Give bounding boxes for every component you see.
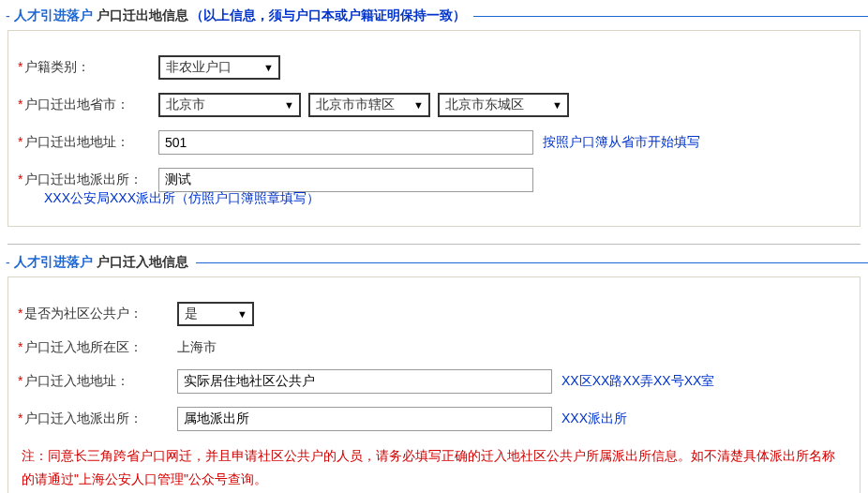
example-move-out-police: XXX公安局XXX派出所（仿照户口簿照章填写） <box>44 190 850 207</box>
input-move-out-police[interactable] <box>158 168 533 192</box>
select-province-value: 北京市 <box>166 97 211 113</box>
section2-dash: - <box>6 255 10 270</box>
req-icon: * <box>18 172 22 187</box>
select-city-value: 北京市市辖区 <box>316 97 400 113</box>
section1-note: （以上信息，须与户口本或户籍证明保持一致） <box>190 7 466 24</box>
label-move-out-region-text: 户口迁出地省市： <box>24 97 129 112</box>
req-icon: * <box>18 134 22 149</box>
row-move-out-address: *户口迁出地地址： 按照户口簿从省市开始填写 <box>18 130 850 155</box>
section2-lead: 人才引进落户 <box>14 254 93 271</box>
label-in-address: *户口迁入地地址： <box>18 373 177 390</box>
note-red: 注：同意长三角跨省户口网迁，并且申请社区公共户的人员，请务必填写正确的迁入地社区… <box>22 444 846 491</box>
label-in-police: *户口迁入地派出所： <box>18 411 177 427</box>
select-district[interactable]: 北京市东城区 ▼ <box>438 93 569 117</box>
label-move-out-police-text: 户口迁出地派出所： <box>24 172 142 187</box>
section1-dash: - <box>6 8 10 23</box>
select-hukou-type-value: 非农业户口 <box>166 59 237 76</box>
section1-panel: *户籍类别： 非农业户口 ▼ *户口迁出地省市： 北京市 ▼ 北京市市辖区 ▼ … <box>7 30 861 227</box>
section2-title: - 人才引进落户 户口迁入地信息 <box>0 254 868 271</box>
label-in-region-text: 户口迁入地所在区： <box>24 339 142 354</box>
label-in-region: *户口迁入地所在区： <box>18 339 177 356</box>
section1-line <box>473 16 868 17</box>
req-icon: * <box>18 339 22 354</box>
chevron-down-icon: ▼ <box>280 96 297 114</box>
req-icon: * <box>18 97 22 112</box>
hint-move-out-address: 按照户口簿从省市开始填写 <box>543 134 700 151</box>
chevron-down-icon: ▼ <box>260 58 277 77</box>
label-hukou-type-text: 户籍类别： <box>24 59 90 74</box>
req-icon: * <box>18 306 22 321</box>
req-icon: * <box>18 373 22 388</box>
row-move-out-police: *户口迁出地派出所： <box>18 168 850 192</box>
req-icon: * <box>18 411 22 426</box>
label-community: *是否为社区公共户： <box>18 306 177 322</box>
input-in-address[interactable] <box>177 369 552 394</box>
label-move-out-region: *户口迁出地省市： <box>18 97 158 113</box>
row-move-out-region: *户口迁出地省市： 北京市 ▼ 北京市市辖区 ▼ 北京市东城区 ▼ <box>18 93 850 117</box>
chevron-down-icon: ▼ <box>233 305 250 323</box>
row-hukou-type: *户籍类别： 非农业户口 ▼ <box>18 55 850 80</box>
hint-in-address: XX区XX路XX弄XX号XX室 <box>561 373 714 390</box>
label-community-text: 是否为社区公共户： <box>24 306 142 321</box>
input-in-police[interactable] <box>177 407 552 431</box>
section1-bottom-line <box>7 244 861 245</box>
label-in-address-text: 户口迁入地地址： <box>24 373 129 388</box>
label-in-police-text: 户口迁入地派出所： <box>24 411 142 426</box>
chevron-down-icon: ▼ <box>548 96 565 114</box>
label-move-out-address: *户口迁出地地址： <box>18 134 158 151</box>
row-in-region: *户口迁入地所在区： 上海市 <box>18 339 850 356</box>
row-in-police: *户口迁入地派出所： XXX派出所 <box>18 407 850 431</box>
row-in-address: *户口迁入地地址： XX区XX路XX弄XX号XX室 <box>18 369 850 394</box>
section2-panel: *是否为社区公共户： 是 ▼ *户口迁入地所在区： 上海市 *户口迁入地地址： … <box>7 276 861 493</box>
req-icon: * <box>18 59 22 74</box>
hint-in-police: XXX派出所 <box>561 411 627 427</box>
select-province[interactable]: 北京市 ▼ <box>158 93 301 117</box>
select-community-value: 是 <box>185 306 203 322</box>
input-move-out-address[interactable] <box>158 130 533 155</box>
label-hukou-type: *户籍类别： <box>18 59 158 76</box>
value-in-region: 上海市 <box>177 339 217 356</box>
chevron-down-icon: ▼ <box>410 96 427 114</box>
label-move-out-police: *户口迁出地派出所： <box>18 172 158 188</box>
section1-lead: 人才引进落户 <box>14 7 93 24</box>
section1-title: - 人才引进落户 户口迁出地信息 （以上信息，须与户口本或户籍证明保持一致） <box>0 7 868 24</box>
select-district-value: 北京市东城区 <box>445 97 530 113</box>
select-community[interactable]: 是 ▼ <box>177 302 254 326</box>
select-hukou-type[interactable]: 非农业户口 ▼ <box>158 55 280 80</box>
section2-sub: 户口迁入地信息 <box>97 254 188 271</box>
section1-sub: 户口迁出地信息 <box>97 7 188 24</box>
section2-line <box>196 262 868 263</box>
label-move-out-address-text: 户口迁出地地址： <box>24 134 129 149</box>
row-community: *是否为社区公共户： 是 ▼ <box>18 302 850 326</box>
select-city[interactable]: 北京市市辖区 ▼ <box>308 93 430 117</box>
